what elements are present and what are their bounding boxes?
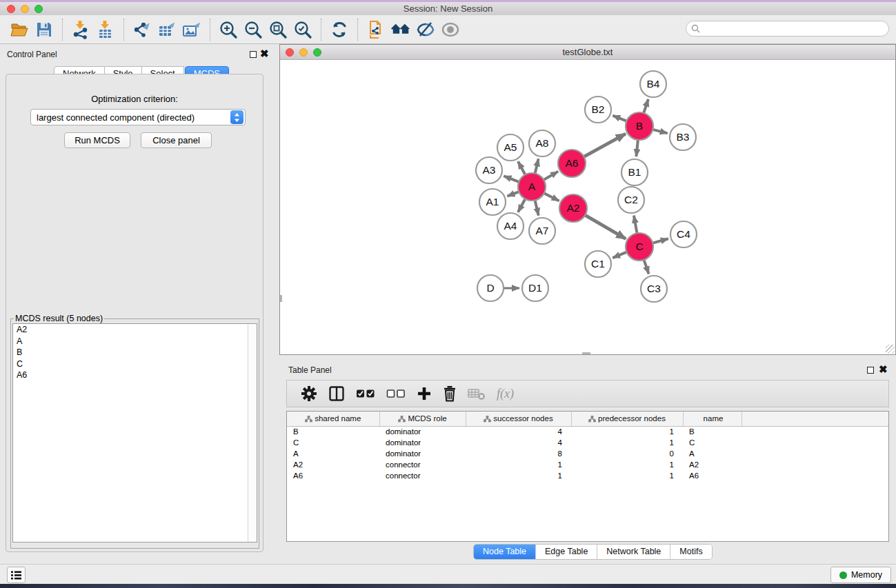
mcds-result-item[interactable]: A2 [13,324,257,336]
graph-edge-A-A3[interactable] [504,176,519,181]
close-panel-icon[interactable]: ✖ [260,50,269,58]
table-cell[interactable]: dominator [379,426,466,437]
search-field[interactable] [686,21,889,37]
close-panel-button[interactable]: Close panel [141,132,212,148]
graph-edge-A-A4[interactable] [518,199,525,212]
show-column-panel-button[interactable] [328,384,345,403]
tab-edge-table[interactable]: Edge Table [536,545,597,559]
resize-grip[interactable] [886,345,895,354]
create-column-button[interactable] [417,384,432,403]
table-cell[interactable]: 1 [466,470,571,481]
graph-edge-B-B1[interactable] [636,140,638,156]
mcds-result-item[interactable]: C [13,358,257,370]
first-neighbors-button[interactable] [390,19,411,40]
hide-selected-button[interactable] [415,19,436,40]
table-cell[interactable]: B [683,426,741,437]
table-cell[interactable]: A2 [287,459,379,470]
tab-node-table[interactable]: Node Table [474,545,536,559]
table-cell[interactable]: 8 [466,448,571,459]
graph-edge-A2-C[interactable] [585,215,626,239]
graph-edge-A-A7[interactable] [535,200,539,215]
run-mcds-button[interactable]: Run MCDS [64,132,130,148]
graph-edge-B-B3[interactable] [653,130,667,133]
graph-edge-A-A6[interactable] [544,172,558,180]
table-cell[interactable]: A6 [287,470,379,481]
import-table-button[interactable] [95,19,116,40]
vertical-scrollbar-thumb[interactable] [280,295,282,302]
float-panel-icon[interactable] [250,51,257,58]
export-network-button[interactable] [132,19,152,40]
table-cell[interactable]: 4 [466,437,571,448]
show-all-button[interactable] [440,19,461,40]
zoom-fit-button[interactable] [268,19,288,40]
criterion-dropdown[interactable]: largest connected component (directed) [30,109,246,125]
network-canvas[interactable]: AA1A2A3A4A5A6A7A8BB1B2B3B4CC1C2C3C4DD1 [280,60,895,354]
mcds-result-item[interactable]: A6 [13,369,257,381]
graph-edge-B-B4[interactable] [644,99,648,113]
table-cell-filler [741,437,888,448]
column-header[interactable]: successor nodes [466,412,571,426]
table-cell[interactable]: A [287,448,379,459]
graph-edge-A-A8[interactable] [535,159,539,173]
table-cell[interactable]: 0 [571,448,683,459]
tab-motifs[interactable]: Motifs [670,545,711,559]
graph-edge-B-B2[interactable] [613,116,626,121]
table-cell[interactable]: dominator [379,437,466,448]
table-cell[interactable]: 1 [466,459,571,470]
search-input[interactable] [703,23,888,35]
open-session-network-button[interactable] [366,19,386,40]
export-image-button[interactable] [181,19,202,40]
mcds-result-item[interactable]: A [13,336,257,347]
table-cell[interactable]: 1 [571,426,683,437]
zoom-selected-button[interactable] [292,19,313,40]
table-cell[interactable]: 1 [571,459,683,470]
float-table-panel-icon[interactable] [867,367,874,374]
tab-network-table[interactable]: Network Table [597,545,670,559]
table-cell[interactable]: A6 [683,470,741,481]
mcds-result-item[interactable]: B [13,347,257,358]
delete-table-button[interactable] [468,384,486,403]
refresh-button[interactable] [329,19,350,40]
function-builder-button[interactable]: f(x) [497,384,514,403]
unselect-all-columns-button[interactable] [386,384,406,403]
export-table-button[interactable] [157,19,177,40]
table-cell[interactable]: C [683,437,741,448]
memory-button[interactable]: Memory [830,567,891,583]
table-cell[interactable]: 1 [571,437,683,448]
table-cell[interactable]: connector [379,470,466,481]
select-all-columns-button[interactable] [356,384,375,403]
save-session-button[interactable] [34,19,54,40]
table-cell[interactable]: connector [379,459,466,470]
mcds-list-scrollbar[interactable] [248,324,257,542]
graph-edge-C-C3[interactable] [644,260,649,274]
graph-edge-A-A1[interactable] [507,192,519,196]
graph-edge-C-C2[interactable] [634,216,637,234]
open-file-button[interactable] [9,19,30,40]
close-table-panel-icon[interactable]: ✖ [879,365,888,374]
graph-edge-C-C4[interactable] [653,239,668,243]
table-settings-button[interactable] [301,384,317,403]
delete-column-button[interactable] [443,384,457,403]
column-header[interactable]: MCDS role [379,412,466,426]
column-header[interactable]: name [683,412,741,426]
table-cell[interactable]: 1 [571,470,683,481]
table-cell[interactable]: C [287,437,379,448]
app-titlebar: Session: New Session [0,0,896,15]
graph-edge-A-A5[interactable] [518,161,525,174]
zoom-out-button[interactable] [243,19,263,40]
graph-edge-C-C1[interactable] [613,252,626,258]
table-cell[interactable]: A2 [683,459,741,470]
zoom-in-button[interactable] [218,19,239,40]
table-cell[interactable]: A [683,448,741,459]
column-header[interactable]: shared name [287,412,379,426]
table-cell[interactable]: dominator [379,448,466,459]
horizontal-scrollbar-thumb[interactable] [582,352,590,354]
column-header[interactable]: predecessor nodes [571,412,683,426]
graph-edge-A-A2[interactable] [544,193,559,201]
table-cell[interactable]: 4 [466,426,571,437]
import-network-button[interactable] [70,19,91,40]
table-cell[interactable]: B [287,426,379,437]
task-history-button[interactable] [7,567,26,583]
checked-boxes-icon [356,388,375,399]
graph-edge-A6-B[interactable] [584,134,626,156]
